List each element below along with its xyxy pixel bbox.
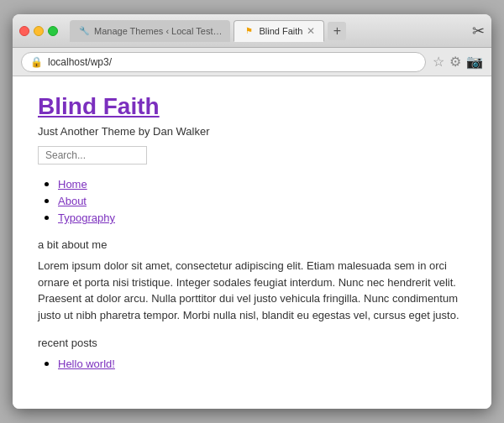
site-title[interactable]: Blind Faith — [38, 93, 466, 120]
new-tab-icon: + — [333, 24, 341, 39]
tab-close-icon[interactable]: ✕ — [307, 25, 315, 37]
tab-favicon-active: ⚑ — [243, 25, 255, 37]
post-link-hello-world[interactable]: Hello world! — [58, 358, 115, 370]
lorem-paragraph: Lorem ipsum dolor sit amet, consectetur … — [38, 258, 466, 323]
close-button[interactable] — [19, 26, 29, 36]
list-item: Hello world! — [58, 356, 466, 371]
scissors-icon[interactable]: ✂ — [472, 22, 485, 40]
address-bar-actions: ☆ ⚙ 📷 — [433, 54, 483, 70]
page-content: Blind Faith Just Another Theme by Dan Wa… — [13, 76, 491, 409]
nav-link-typography[interactable]: Typography — [58, 212, 115, 224]
traffic-lights — [19, 26, 58, 36]
nav-link-about[interactable]: About — [58, 195, 87, 207]
tab-favicon-inactive: 🔧 — [78, 25, 90, 37]
tab-active-label: Blind Faith — [259, 26, 302, 36]
nav-link-home[interactable]: Home — [58, 178, 87, 191]
maximize-button[interactable] — [48, 26, 58, 36]
screenshot-icon[interactable]: 📷 — [466, 54, 483, 70]
nav-list: Home About Typography — [58, 176, 466, 225]
search-input[interactable] — [38, 146, 147, 164]
posts-list: Hello world! — [58, 356, 466, 371]
lock-icon: 🔒 — [30, 56, 43, 68]
site-tagline: Just Another Theme by Dan Walker — [38, 125, 466, 138]
tab-inactive-label: Manage Themes ‹ Local Test… — [94, 26, 222, 36]
title-bar: 🔧 Manage Themes ‹ Local Test… ⚑ Blind Fa… — [13, 14, 491, 48]
list-item: Home — [58, 176, 466, 191]
tab-bar: 🔧 Manage Themes ‹ Local Test… ⚑ Blind Fa… — [70, 20, 467, 42]
tab-manage-themes[interactable]: 🔧 Manage Themes ‹ Local Test… — [70, 20, 230, 42]
recent-posts-heading: recent posts — [38, 337, 466, 349]
new-tab-button[interactable]: + — [328, 22, 346, 40]
address-input[interactable] — [48, 56, 417, 68]
settings-icon[interactable]: ⚙ — [449, 54, 461, 70]
minimize-button[interactable] — [34, 26, 44, 36]
list-item: Typography — [58, 210, 466, 225]
bookmark-icon[interactable]: ☆ — [433, 54, 444, 70]
about-heading: a bit about me — [38, 238, 466, 251]
address-input-container[interactable]: 🔒 — [21, 52, 426, 72]
list-item: About — [58, 193, 466, 208]
tab-blind-faith[interactable]: ⚑ Blind Faith ✕ — [234, 20, 324, 42]
browser-window: 🔧 Manage Themes ‹ Local Test… ⚑ Blind Fa… — [13, 14, 491, 409]
address-bar: 🔒 ☆ ⚙ 📷 — [13, 48, 491, 76]
